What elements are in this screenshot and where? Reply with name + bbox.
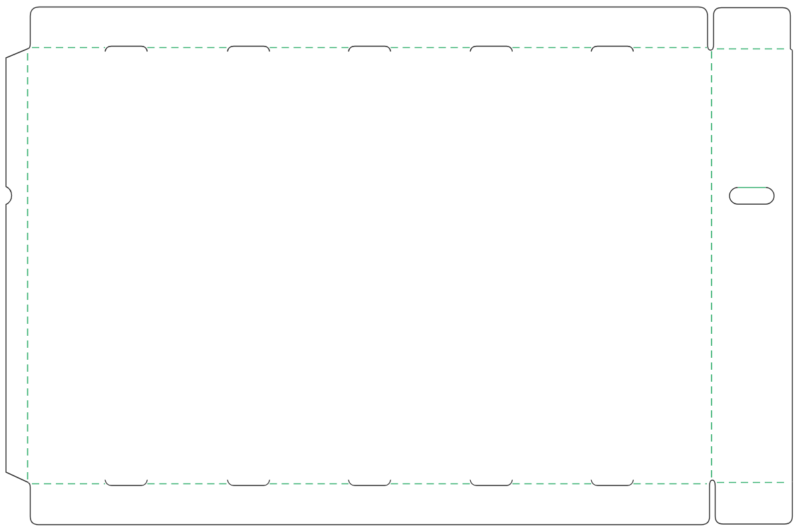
- top-notch-5-cut: [591, 47, 634, 52]
- bottom-notch-5-cut: [591, 480, 634, 486]
- top-notch-3-cut: [348, 47, 391, 52]
- bottom-notch-1-cut: [105, 480, 148, 486]
- top-notch-4-cut: [470, 47, 513, 52]
- top-notch-1-cut: [105, 47, 148, 52]
- bottom-notch-3-cut: [348, 480, 391, 486]
- dieline-canvas: [0, 0, 798, 532]
- top-flap-cut: [29, 7, 714, 51]
- handle-slot-cut: [730, 188, 774, 204]
- bottom-right-dust-flap-cut: [710, 480, 793, 524]
- dieline-drawing: [0, 0, 798, 532]
- dieline-paths-group: [6, 7, 793, 525]
- left-glue-flap-cut: [6, 49, 29, 483]
- top-notch-2-cut: [227, 47, 270, 52]
- bottom-flap-cut: [29, 483, 710, 525]
- bottom-notch-2-cut: [227, 480, 270, 486]
- top-right-dust-flap-cut: [714, 8, 793, 51]
- bottom-notch-4-cut: [470, 480, 513, 486]
